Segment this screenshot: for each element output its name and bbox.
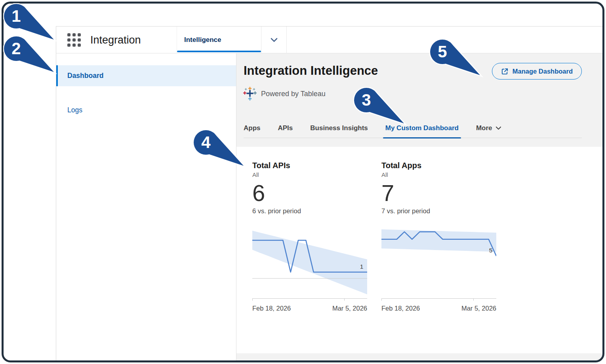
svg-text:1: 1 [360,263,364,270]
callout-pointer-icon: 4 [193,129,247,169]
sidebar: Dashboard Logs [56,53,236,360]
powered-by-label: Powered by Tableau [261,90,326,98]
axis-label-end: Mar 5, 2026 [461,305,496,312]
tile-filter: All [381,171,496,178]
metric-tile-total-apis: Total APIs All 6 6 vs. prior period 1 Fe… [252,161,367,312]
callout-pointer-icon: 2 [3,36,57,75]
tile-metric-value: 6 [252,181,367,205]
manage-dashboard-button[interactable]: Manage Dashboard [492,63,582,80]
tile-comparison: 7 vs. prior period [381,207,496,215]
callout-number: 2 [11,39,21,58]
callout-number: 1 [11,7,21,25]
axis-label-end: Mar 5, 2026 [332,305,367,312]
sidebar-item-logs[interactable]: Logs [56,101,236,119]
callout-3: 3 [353,87,407,127]
nav-tab-dropdown-button[interactable] [261,27,287,53]
callout-pointer-icon: 3 [353,87,407,127]
app-name: Integration [90,27,141,53]
callout-4: 4 [193,129,247,169]
chevron-down-icon [271,38,278,42]
x-axis [381,298,496,301]
app-window: Integration Intelligence Dashboard Logs … [56,26,602,360]
tableau-logo-icon [243,87,257,101]
axis-label-start: Feb 18, 2026 [381,305,420,312]
callout-number: 3 [362,91,371,109]
powered-by-tableau: Powered by Tableau [243,87,326,101]
callout-number: 5 [438,42,447,61]
chevron-down-icon [495,126,501,130]
callout-number: 4 [201,133,211,152]
main-panel: Integration Intelligence Manage Dashboar… [236,53,602,360]
global-nav: Integration Intelligence [56,27,602,53]
x-axis-labels: Feb 18, 2026 Mar 5, 2026 [381,305,496,312]
more-label: More [476,124,492,132]
sparkline-chart-total-apps: 5 [381,224,496,298]
callout-pointer-icon: 5 [429,39,483,78]
app-launcher-icon[interactable] [67,33,81,47]
screenshot-canvas: Integration Intelligence Dashboard Logs … [4,4,602,360]
sidebar-item-label: Logs [67,106,82,114]
nav-tab-label: Intelligence [184,36,221,44]
x-axis [252,298,367,301]
callout-2: 2 [3,36,57,75]
active-tab-underline [177,51,261,52]
metric-tile-total-apps: Total Apps All 7 7 vs. prior period 5 Fe… [381,161,496,312]
sparkline-chart-total-apis: 1 [252,224,367,298]
external-link-icon [501,68,509,75]
nav-tab-intelligence[interactable]: Intelligence [177,27,261,53]
svg-text:5: 5 [489,247,493,254]
dashboard-canvas: Total APIs All 6 6 vs. prior period 1 Fe… [236,147,602,353]
tile-title: Total APIs [252,161,367,170]
tile-metric-value: 7 [381,181,496,205]
manage-dashboard-label: Manage Dashboard [513,68,573,75]
tile-filter: All [252,171,367,178]
tab-apis[interactable]: APIs [278,124,293,138]
tab-more[interactable]: More [476,124,501,138]
tile-title: Total Apps [381,161,496,170]
callout-5: 5 [429,39,483,78]
sidebar-item-dashboard[interactable]: Dashboard [56,65,236,86]
dashboard-tabs: Apps APIs Business Insights My Custom Da… [244,115,582,138]
tile-comparison: 6 vs. prior period [252,207,367,215]
sidebar-item-label: Dashboard [67,72,103,80]
page-title: Integration Intelligence [244,64,378,78]
axis-label-start: Feb 18, 2026 [252,305,291,312]
x-axis-labels: Feb 18, 2026 Mar 5, 2026 [252,305,367,312]
